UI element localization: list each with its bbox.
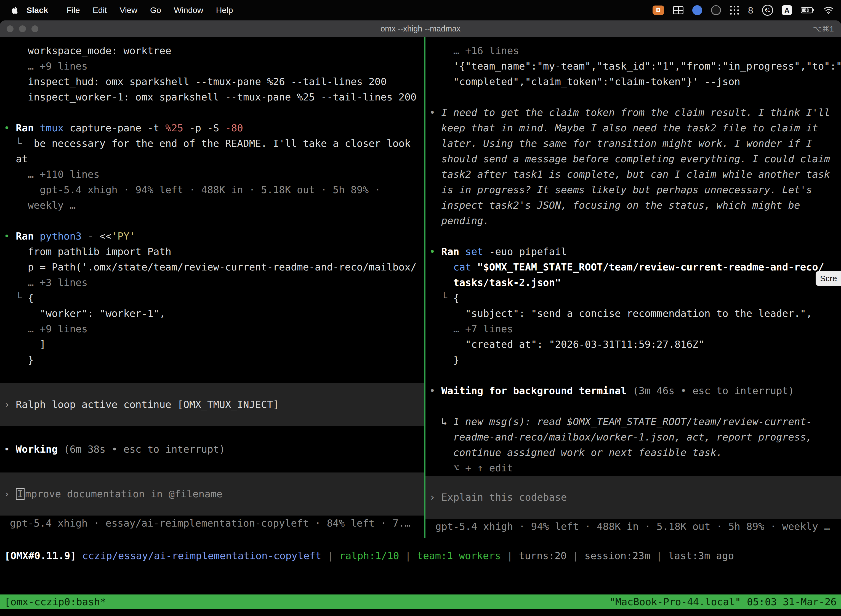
apple-menu-icon[interactable] [8, 5, 19, 15]
terminal-line: • Working (6m 38s • esc to interrupt) [0, 441, 424, 457]
menu-item-help[interactable]: Help [210, 6, 239, 15]
terminal-block: workspace_mode: worktree … +9 lines insp… [0, 43, 424, 383]
prompt-band[interactable]: › Explain this codebase [425, 476, 841, 519]
terminal-line [0, 426, 424, 441]
terminal-line: inspect_worker-1: omx sparkshell --tmux-… [0, 89, 424, 105]
terminal-line: … +3 lines [0, 275, 424, 290]
terminal-line [425, 399, 841, 414]
status-segment: team:1 workers [417, 550, 501, 561]
terminal-line: └ { [425, 290, 841, 306]
terminal-line: gpt-5.4 xhigh · essay/ai-reimplementatio… [0, 516, 424, 531]
terminal-line [425, 89, 841, 105]
terminal-line: › Improve documentation in @filename [0, 486, 424, 502]
menubar: Slack FileEditViewGoWindowHelp 8 61 A [0, 0, 841, 21]
active-app-name[interactable]: Slack [26, 6, 48, 15]
terminal-line: "created_at": "2026-03-31T11:59:27.816Z" [425, 337, 841, 352]
terminal-line [425, 368, 841, 383]
terminal-line: '{"team_name":"my-team","task_id":"1","f… [425, 59, 841, 74]
terminal-block: gpt-5.4 xhigh · 94% left · 488K in · 5.1… [425, 519, 841, 534]
terminal-line: pending. [425, 213, 841, 229]
terminal-line: • I need to get the claim token from the… [425, 105, 841, 120]
prompt-band[interactable]: › Improve documentation in @filename [0, 472, 424, 516]
screen-sharing-tooltip: Scre [816, 271, 841, 286]
keystroke-8-icon[interactable]: 8 [748, 5, 753, 16]
omx-status-line: [OMX#0.11.9] cczip/essay/ai-reimplementa… [4, 548, 838, 563]
menu-item-window[interactable]: Window [167, 6, 210, 15]
terminal-line: └ be necessary for the end of the README… [0, 136, 424, 151]
gauge-value: 61 [765, 7, 771, 13]
terminal-line: "worker": "worker-1", [0, 306, 424, 321]
prompt-band[interactable]: › Ralph loop active continue [OMX_TMUX_I… [0, 383, 424, 426]
terminal-line: ↳ 1 new msg(s): read $OMX_TEAM_STATE_ROO… [425, 414, 841, 430]
input-source-icon[interactable]: A [782, 5, 792, 15]
status-segment: session:23m [585, 550, 650, 561]
terminal-line: inspect_hud: omx sparkshell --tmux-pane … [0, 74, 424, 89]
terminal-line: tasks/task-2.json" [425, 275, 841, 290]
terminal-line: workspace_mode: worktree [0, 43, 424, 59]
terminal-line: … +110 lines [0, 167, 424, 182]
terminal-line: later. Using the same for transition mig… [425, 136, 841, 151]
menu-item-file[interactable]: File [60, 6, 86, 15]
terminal-line: … +9 lines [0, 321, 424, 337]
terminal-line: • Waiting for background terminal (3m 46… [425, 383, 841, 399]
blue-app-icon[interactable] [692, 5, 702, 15]
battery-icon[interactable] [801, 7, 815, 14]
menubar-status-icons: 8 61 A [652, 0, 841, 21]
terminal-line [0, 368, 424, 383]
terminal-block: … +16 lines '{"team_name":"my-team","tas… [425, 43, 841, 476]
terminal-line: › Ralph loop active continue [OMX_TMUX_I… [0, 397, 424, 412]
terminal-line: continue assigned work or next feasible … [425, 445, 841, 461]
terminal-line: inspect task2's JSON, focusing on the st… [425, 198, 841, 213]
window-titlebar: omx --xhigh --madmax ⌥⌘1 [0, 21, 841, 37]
menu-items: FileEditViewGoWindowHelp [60, 6, 239, 15]
gauge-icon[interactable]: 61 [762, 5, 773, 16]
terminal-line: is in progress? It seems likely but perh… [425, 182, 841, 198]
status-segment: | [651, 550, 668, 561]
terminal-line: • Ran tmux capture-pane -t %25 -p -S -80 [0, 120, 424, 136]
status-segment: | [501, 550, 519, 561]
terminal-line: from pathlib import Path [0, 244, 424, 260]
screen-recording-indicator-icon[interactable] [652, 6, 664, 15]
terminal-line [425, 229, 841, 244]
window-grid-icon[interactable] [673, 6, 683, 14]
menu-item-view[interactable]: View [113, 6, 144, 15]
terminal-line: "subject": "send a concise recommendatio… [425, 306, 841, 321]
terminal-line: › Explain this codebase [425, 490, 841, 505]
terminal-pane-right[interactable]: … +16 lines '{"team_name":"my-team","tas… [425, 37, 841, 538]
terminal-line: p = Path('.omx/state/team/review-current… [0, 260, 424, 275]
window-shortcut-badge: ⌥⌘1 [813, 24, 834, 34]
terminal-line: ⌥ + ↑ edit [425, 461, 841, 476]
terminal-line: weekly … [0, 198, 424, 213]
terminal-line: keep that in mind. Maybe I also need the… [425, 120, 841, 136]
terminal-line: └ { [0, 290, 424, 306]
status-segment: | [321, 550, 339, 561]
terminal-line: } [0, 352, 424, 368]
window-title: omx --xhigh --madmax [0, 24, 841, 34]
terminal-line: gpt-5.4 xhigh · 94% left · 488K in · 5.1… [0, 182, 424, 198]
terminal-line: … +16 lines [425, 43, 841, 59]
menu-item-edit[interactable]: Edit [86, 6, 113, 15]
terminal-line: … +9 lines [0, 59, 424, 74]
terminal-line: "completed","claim_token":"claim-token"}… [425, 74, 841, 89]
terminal-pane-left[interactable]: workspace_mode: worktree … +9 lines insp… [0, 37, 424, 538]
launchpad-dots-icon[interactable] [730, 6, 739, 15]
terminal-line [0, 457, 424, 472]
terminal-line: cat "$OMX_TEAM_STATE_ROOT/team/review-cu… [425, 260, 841, 275]
terminal-block: gpt-5.4 xhigh · essay/ai-reimplementatio… [0, 516, 424, 531]
terminal-line: readme-and-reco/mailbox/worker-1.json, a… [425, 430, 841, 445]
terminal-line: task2 after task1 is complete, but can I… [425, 167, 841, 182]
status-segment: [OMX#0.11.9] [4, 550, 82, 561]
terminal-panes: workspace_mode: worktree … +9 lines insp… [0, 37, 841, 538]
tmux-host-clock: "MacBook-Pro-44.local" 05:03 31-Mar-26 [609, 596, 837, 607]
terminal-line: • Ran python3 - <<'PY' [0, 229, 424, 244]
wifi-icon[interactable] [823, 6, 834, 14]
dark-app-icon[interactable] [711, 5, 721, 15]
terminal-line: } [425, 352, 841, 368]
status-segment: cczip/essay/ai-reimplementation-copyleft [82, 550, 321, 561]
terminal-line: at [0, 151, 424, 167]
tmux-status-bar: [omx-cczip0:bash* "MacBook-Pro-44.local"… [0, 594, 841, 609]
terminal-line: should send a message before completing … [425, 151, 841, 167]
tmux-session-label[interactable]: [omx-cczip0:bash* [4, 596, 106, 607]
terminal-line [0, 105, 424, 120]
menu-item-go[interactable]: Go [144, 6, 167, 15]
